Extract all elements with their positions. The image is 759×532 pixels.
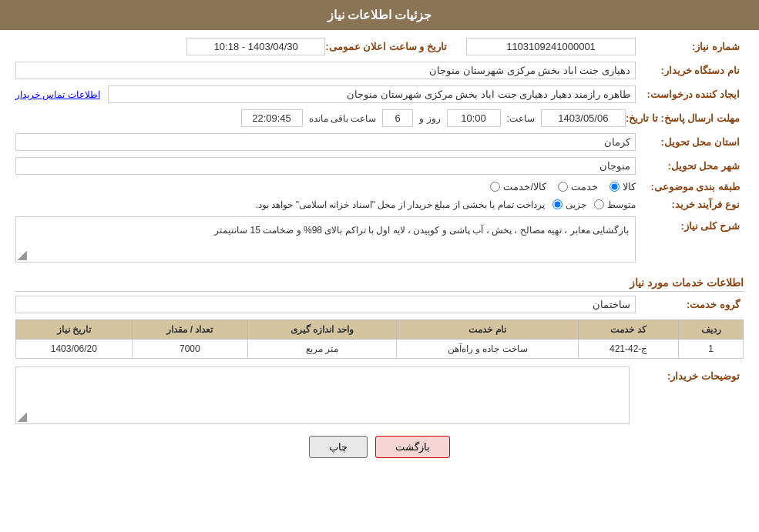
description-value: بازگشایی معابر ، تهیه مصالح ، پخش ، آب پ… bbox=[214, 225, 629, 236]
delivery-city-label: شهر محل تحویل: bbox=[636, 160, 744, 172]
category-radio-group: کالا/خدمت خدمت کالا bbox=[15, 181, 636, 192]
category-option-khedmat-label: خدمت bbox=[571, 181, 598, 192]
description-label: شرح کلی نیاز: bbox=[636, 216, 744, 232]
col-header-name: نام خدمت bbox=[396, 320, 578, 340]
category-option-kala[interactable]: کالا bbox=[610, 181, 636, 192]
process-options-group: متوسط جزیی پرداخت تمام یا بخشی از مبلغ خ… bbox=[15, 199, 636, 210]
announcement-date-value: 1403/04/30 - 10:18 bbox=[186, 38, 325, 55]
requester-value: طاهره رازمند دهیار دهیاری جنت اباد بخش م… bbox=[108, 85, 636, 103]
need-number-value: 1103109241000001 bbox=[466, 38, 636, 55]
response-remaining-label: ساعت باقی مانده bbox=[309, 113, 377, 124]
process-radio-jozei[interactable] bbox=[552, 199, 563, 209]
response-time-label: ساعت: bbox=[507, 113, 535, 124]
cell-unit: متر مربع bbox=[248, 340, 397, 359]
category-option-kala-khedmat-label: کالا/خدمت bbox=[503, 181, 546, 192]
process-radio-motawaset[interactable] bbox=[594, 199, 604, 209]
category-radio-khedmat[interactable] bbox=[558, 182, 568, 192]
response-time: 10:00 bbox=[447, 109, 501, 127]
page-header: جزئیات اطلاعات نیاز bbox=[0, 0, 759, 30]
cell-code: ج-42-421 bbox=[579, 340, 679, 359]
category-radio-kala-khedmat[interactable] bbox=[490, 182, 500, 192]
button-row: بازگشت چاپ bbox=[15, 436, 744, 458]
category-label: طبقه بندی موضوعی: bbox=[636, 181, 744, 192]
service-group-value: ساختمان bbox=[15, 296, 636, 313]
cell-date: 1403/06/20 bbox=[16, 340, 133, 359]
response-deadline-label: مهلت ارسال پاسخ: تا تاریخ: bbox=[626, 112, 744, 124]
service-group-label: گروه خدمت: bbox=[636, 299, 744, 310]
process-option-jozei-label: جزیی bbox=[566, 199, 586, 210]
cell-row: 1 bbox=[679, 340, 744, 359]
page-title: جزئیات اطلاعات نیاز bbox=[327, 8, 432, 22]
need-number-label: شماره نیاز: bbox=[636, 41, 744, 52]
comments-box[interactable] bbox=[15, 366, 630, 424]
category-option-kala-khedmat[interactable]: کالا/خدمت bbox=[490, 181, 546, 192]
process-label: نوع فرآیند خرید: bbox=[636, 199, 744, 210]
delivery-city-value: منوجان bbox=[15, 157, 636, 175]
col-header-quantity: تعداد / مقدار bbox=[132, 320, 247, 340]
comments-input[interactable] bbox=[16, 367, 629, 421]
table-row: 1 ج-42-421 ساخت جاده و راه‌آهن متر مربع … bbox=[16, 340, 744, 359]
back-button[interactable]: بازگشت bbox=[375, 436, 450, 458]
category-option-kala-label: کالا bbox=[623, 181, 636, 192]
col-header-row: ردیف bbox=[679, 320, 744, 340]
comments-section: توضیحات خریدار: bbox=[15, 366, 744, 424]
category-radio-kala[interactable] bbox=[610, 182, 620, 192]
process-option-motawaset-label: متوسط bbox=[607, 199, 636, 210]
delivery-province-value: کرمان bbox=[15, 133, 636, 151]
comments-resize-handle[interactable] bbox=[18, 413, 27, 422]
cell-name: ساخت جاده و راه‌آهن bbox=[396, 340, 578, 359]
response-days-label: روز و bbox=[419, 113, 440, 124]
process-note: پرداخت تمام یا بخشی از مبلغ خریدار از مح… bbox=[15, 199, 545, 210]
process-option-jozei[interactable]: جزیی bbox=[552, 199, 586, 210]
services-table: ردیف کد خدمت نام خدمت واحد اندازه گیری ت… bbox=[15, 320, 744, 359]
col-header-date: تاریخ نیاز bbox=[16, 320, 133, 340]
buyer-org-label: نام دستگاه خریدار: bbox=[636, 65, 744, 76]
print-button[interactable]: چاپ bbox=[309, 436, 368, 458]
col-header-code: کد خدمت bbox=[579, 320, 679, 340]
delivery-province-label: استان محل تحویل: bbox=[636, 136, 744, 148]
services-section-title: اطلاعات خدمات مورد نیاز bbox=[15, 276, 744, 292]
response-remaining: 22:09:45 bbox=[241, 109, 303, 127]
description-box: بازگشایی معابر ، تهیه مصالح ، پخش ، آب پ… bbox=[15, 216, 636, 263]
requester-label: ایجاد کننده درخواست: bbox=[636, 89, 744, 100]
announcement-date-label: تاریخ و ساعت اعلان عمومی: bbox=[325, 41, 451, 52]
col-header-unit: واحد اندازه گیری bbox=[248, 320, 397, 340]
response-days: 6 bbox=[382, 109, 413, 127]
category-option-khedmat[interactable]: خدمت bbox=[558, 181, 598, 192]
buyer-org-value: دهیاری جنت اباد بخش مرکزی شهرستان منوجان bbox=[15, 62, 636, 79]
response-date: 1403/05/06 bbox=[541, 109, 626, 127]
comments-label: توضیحات خریدار: bbox=[636, 366, 744, 382]
cell-quantity: 7000 bbox=[132, 340, 247, 359]
process-option-motawaset[interactable]: متوسط bbox=[594, 199, 636, 210]
resize-handle[interactable] bbox=[18, 251, 27, 260]
contact-info-link[interactable]: اطلاعات تماس خریدار bbox=[15, 89, 100, 100]
